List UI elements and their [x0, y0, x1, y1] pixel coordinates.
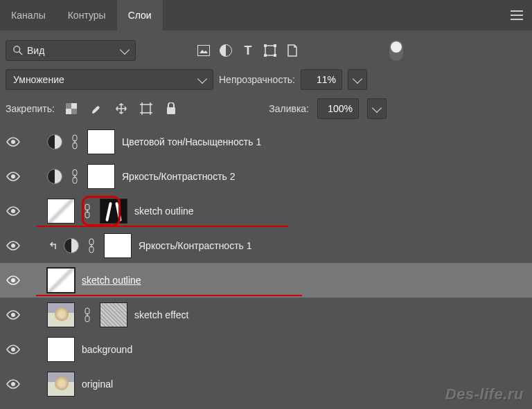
mask-thumbnail[interactable] — [104, 233, 132, 258]
lock-position-icon[interactable] — [113, 100, 130, 117]
link-icon[interactable] — [82, 307, 93, 323]
filter-adjustment-icon[interactable] — [218, 42, 234, 59]
layer-row-selected[interactable]: sketch outline — [0, 263, 532, 298]
layer-row[interactable]: sketch outline — [0, 194, 532, 228]
svg-rect-3 — [264, 44, 267, 47]
layer-name: Яркость/Контрастность 1 — [139, 240, 252, 251]
mask-thumbnail[interactable] — [100, 302, 127, 327]
layer-name: background — [82, 344, 132, 355]
layer-name: original — [82, 379, 113, 390]
svg-point-0 — [14, 46, 20, 53]
lock-artboard-icon[interactable] — [138, 100, 154, 117]
layer-row[interactable]: sketch effect — [0, 298, 532, 332]
visibility-icon[interactable] — [6, 307, 21, 322]
clipping-mask-icon — [47, 241, 57, 251]
blend-mode-value: Умножение — [13, 74, 64, 85]
layer-thumbnail[interactable] — [47, 372, 75, 397]
view-filter-label: Вид — [27, 45, 44, 56]
mask-thumbnail[interactable] — [100, 199, 127, 224]
link-icon[interactable] — [82, 203, 93, 219]
svg-rect-4 — [274, 44, 276, 47]
layer-thumbnail[interactable] — [47, 337, 75, 362]
link-icon[interactable] — [69, 168, 80, 185]
panel-menu-icon[interactable] — [502, 0, 532, 30]
visibility-icon[interactable] — [6, 238, 21, 253]
filter-image-icon[interactable] — [195, 42, 212, 59]
adjustment-icon — [47, 169, 62, 184]
adjustment-icon — [47, 134, 62, 149]
visibility-icon[interactable] — [6, 169, 21, 184]
opacity-value[interactable]: 11% — [301, 69, 342, 90]
search-icon — [13, 46, 23, 55]
opacity-label: Непрозрачность: — [219, 74, 295, 85]
layer-thumbnail[interactable] — [47, 268, 75, 293]
blend-mode-dropdown[interactable]: Умножение — [6, 69, 213, 90]
annotation-underline — [36, 226, 288, 227]
visibility-icon[interactable] — [6, 273, 21, 288]
layer-thumbnail[interactable] — [47, 199, 75, 224]
svg-point-25 — [11, 313, 15, 317]
fill-label: Заливка: — [269, 103, 309, 114]
visibility-icon[interactable] — [6, 342, 21, 357]
lock-transparency-icon[interactable] — [63, 100, 80, 117]
filter-shape-icon[interactable] — [262, 42, 278, 59]
visibility-icon[interactable] — [6, 376, 21, 392]
layer-row[interactable]: Яркость/Контрастность 2 — [0, 159, 532, 194]
link-icon[interactable] — [86, 237, 97, 254]
filter-toggle[interactable] — [389, 40, 403, 61]
svg-point-15 — [11, 174, 15, 179]
tab-paths[interactable]: Контуры — [57, 0, 117, 30]
chevron-down-icon — [372, 102, 382, 112]
layer-filter-dropdown[interactable]: Вид — [6, 40, 136, 61]
svg-rect-2 — [265, 46, 275, 55]
svg-rect-1 — [198, 46, 210, 56]
visibility-icon[interactable] — [6, 203, 21, 219]
svg-rect-11 — [167, 107, 175, 114]
watermark: Des-life.ru — [445, 385, 524, 403]
lock-label: Закрепить: — [6, 103, 55, 114]
tab-channels[interactable]: Каналы — [0, 0, 57, 30]
layer-name: Яркость/Контрастность 2 — [122, 171, 236, 182]
mask-thumbnail[interactable] — [87, 129, 115, 154]
layer-name: sketch outline — [82, 275, 141, 286]
svg-rect-6 — [274, 54, 276, 57]
svg-point-28 — [11, 347, 15, 352]
svg-point-21 — [11, 244, 15, 248]
chevron-down-icon — [353, 73, 362, 83]
layer-row[interactable]: Яркость/Контрастность 1 — [0, 228, 532, 263]
svg-point-29 — [11, 382, 15, 386]
adjustment-icon — [64, 238, 79, 253]
lock-all-icon[interactable] — [163, 100, 179, 117]
svg-point-18 — [11, 209, 15, 213]
chevron-down-icon — [197, 73, 207, 83]
lock-paint-icon[interactable] — [88, 100, 105, 117]
svg-rect-10 — [142, 104, 150, 113]
layer-thumbnail[interactable] — [47, 302, 75, 327]
svg-rect-9 — [71, 109, 77, 114]
chevron-down-icon — [120, 44, 130, 54]
mask-thumbnail[interactable] — [87, 164, 115, 189]
layer-row[interactable]: background — [0, 332, 532, 367]
fill-value[interactable]: 100% — [317, 98, 359, 119]
fill-stepper[interactable] — [367, 98, 387, 119]
svg-point-12 — [11, 140, 15, 144]
filter-smartobject-icon[interactable] — [284, 42, 301, 59]
tab-layers[interactable]: Слои — [117, 0, 163, 30]
filter-type-icon[interactable]: T — [240, 42, 256, 59]
layer-name: Цветовой тон/Насыщенность 1 — [122, 136, 261, 147]
svg-rect-8 — [66, 103, 71, 109]
layer-name: sketch effect — [134, 309, 188, 320]
layer-row[interactable]: Цветовой тон/Насыщенность 1 — [0, 125, 532, 159]
opacity-stepper[interactable] — [348, 69, 367, 90]
visibility-icon[interactable] — [6, 134, 21, 149]
link-icon[interactable] — [69, 134, 80, 150]
svg-rect-5 — [264, 54, 267, 57]
layer-name: sketch outline — [134, 206, 194, 217]
svg-point-24 — [11, 278, 15, 282]
annotation-underline — [36, 295, 302, 296]
